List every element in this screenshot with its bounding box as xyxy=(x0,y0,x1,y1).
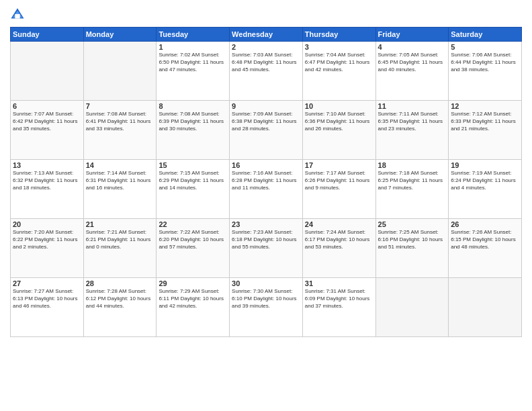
calendar-week-row: 13Sunrise: 7:13 AM Sunset: 6:32 PM Dayli… xyxy=(11,160,522,219)
cell-content: Sunrise: 7:22 AM Sunset: 6:20 PM Dayligh… xyxy=(159,229,227,250)
day-number: 5 xyxy=(451,43,519,51)
calendar-header-row: SundayMondayTuesdayWednesdayThursdayFrid… xyxy=(11,28,522,42)
calendar-week-row: 27Sunrise: 7:27 AM Sunset: 6:13 PM Dayli… xyxy=(11,278,522,337)
calendar-day-header: Saturday xyxy=(449,28,522,42)
calendar-day-header: Thursday xyxy=(302,28,375,42)
calendar-cell: 9Sunrise: 7:09 AM Sunset: 6:38 PM Daylig… xyxy=(230,101,303,160)
calendar-cell: 21Sunrise: 7:21 AM Sunset: 6:21 PM Dayli… xyxy=(83,219,157,278)
calendar-cell: 4Sunrise: 7:05 AM Sunset: 6:45 PM Daylig… xyxy=(375,42,449,101)
calendar-cell: 22Sunrise: 7:22 AM Sunset: 6:20 PM Dayli… xyxy=(157,219,230,278)
day-number: 4 xyxy=(378,43,447,51)
calendar-cell: 23Sunrise: 7:23 AM Sunset: 6:18 PM Dayli… xyxy=(230,219,303,278)
calendar-day-header: Wednesday xyxy=(230,28,303,42)
cell-content: Sunrise: 7:17 AM Sunset: 6:26 PM Dayligh… xyxy=(305,170,373,191)
cell-content: Sunrise: 7:07 AM Sunset: 6:42 PM Dayligh… xyxy=(13,111,81,132)
calendar-day-header: Tuesday xyxy=(157,28,230,42)
calendar-cell: 7Sunrise: 7:08 AM Sunset: 6:41 PM Daylig… xyxy=(83,101,157,160)
cell-content: Sunrise: 7:26 AM Sunset: 6:15 PM Dayligh… xyxy=(451,229,519,250)
cell-content: Sunrise: 7:09 AM Sunset: 6:38 PM Dayligh… xyxy=(232,111,300,132)
cell-content: Sunrise: 7:12 AM Sunset: 6:33 PM Dayligh… xyxy=(451,111,519,132)
day-number: 17 xyxy=(305,161,373,169)
calendar-cell: 6Sunrise: 7:07 AM Sunset: 6:42 PM Daylig… xyxy=(11,101,84,160)
day-number: 9 xyxy=(232,102,300,110)
cell-content: Sunrise: 7:16 AM Sunset: 6:28 PM Dayligh… xyxy=(232,170,300,191)
calendar-cell xyxy=(375,278,449,337)
day-number: 19 xyxy=(451,161,519,169)
day-number: 26 xyxy=(451,220,519,228)
calendar-cell: 27Sunrise: 7:27 AM Sunset: 6:13 PM Dayli… xyxy=(11,278,84,337)
cell-content: Sunrise: 7:03 AM Sunset: 6:48 PM Dayligh… xyxy=(232,52,300,73)
cell-content: Sunrise: 7:21 AM Sunset: 6:21 PM Dayligh… xyxy=(86,229,154,250)
day-number: 30 xyxy=(232,279,300,287)
cell-content: Sunrise: 7:19 AM Sunset: 6:24 PM Dayligh… xyxy=(451,170,519,191)
cell-content: Sunrise: 7:23 AM Sunset: 6:18 PM Dayligh… xyxy=(232,229,300,250)
day-number: 12 xyxy=(451,102,519,110)
calendar-cell xyxy=(11,42,84,101)
calendar-cell: 5Sunrise: 7:06 AM Sunset: 6:44 PM Daylig… xyxy=(449,42,522,101)
cell-content: Sunrise: 7:15 AM Sunset: 6:29 PM Dayligh… xyxy=(159,170,227,191)
calendar-cell: 1Sunrise: 7:02 AM Sunset: 6:50 PM Daylig… xyxy=(157,42,230,101)
day-number: 27 xyxy=(13,279,81,287)
calendar-cell: 11Sunrise: 7:11 AM Sunset: 6:35 PM Dayli… xyxy=(375,101,449,160)
cell-content: Sunrise: 7:27 AM Sunset: 6:13 PM Dayligh… xyxy=(13,288,81,310)
day-number: 31 xyxy=(305,279,373,287)
day-number: 22 xyxy=(159,220,227,228)
calendar-cell: 18Sunrise: 7:18 AM Sunset: 6:25 PM Dayli… xyxy=(375,160,449,219)
cell-content: Sunrise: 7:31 AM Sunset: 6:09 PM Dayligh… xyxy=(305,288,373,310)
calendar-cell: 3Sunrise: 7:04 AM Sunset: 6:47 PM Daylig… xyxy=(302,42,375,101)
header xyxy=(10,7,522,21)
calendar-cell: 17Sunrise: 7:17 AM Sunset: 6:26 PM Dayli… xyxy=(302,160,375,219)
calendar-cell: 29Sunrise: 7:29 AM Sunset: 6:11 PM Dayli… xyxy=(157,278,230,337)
calendar-cell: 25Sunrise: 7:25 AM Sunset: 6:16 PM Dayli… xyxy=(375,219,449,278)
cell-content: Sunrise: 7:13 AM Sunset: 6:32 PM Dayligh… xyxy=(13,170,81,191)
calendar-cell: 10Sunrise: 7:10 AM Sunset: 6:36 PM Dayli… xyxy=(302,101,375,160)
calendar-week-row: 20Sunrise: 7:20 AM Sunset: 6:22 PM Dayli… xyxy=(11,219,522,278)
cell-content: Sunrise: 7:05 AM Sunset: 6:45 PM Dayligh… xyxy=(378,52,447,73)
calendar-cell xyxy=(449,278,522,337)
logo-icon xyxy=(10,7,25,21)
calendar-cell: 20Sunrise: 7:20 AM Sunset: 6:22 PM Dayli… xyxy=(11,219,84,278)
day-number: 28 xyxy=(86,279,154,287)
cell-content: Sunrise: 7:20 AM Sunset: 6:22 PM Dayligh… xyxy=(13,229,81,250)
calendar-week-row: 6Sunrise: 7:07 AM Sunset: 6:42 PM Daylig… xyxy=(11,101,522,160)
page: SundayMondayTuesdayWednesdayThursdayFrid… xyxy=(0,0,532,411)
cell-content: Sunrise: 7:10 AM Sunset: 6:36 PM Dayligh… xyxy=(305,111,373,132)
day-number: 7 xyxy=(86,102,154,110)
calendar-cell: 31Sunrise: 7:31 AM Sunset: 6:09 PM Dayli… xyxy=(302,278,375,337)
day-number: 3 xyxy=(305,43,373,51)
day-number: 24 xyxy=(305,220,373,228)
calendar-cell: 12Sunrise: 7:12 AM Sunset: 6:33 PM Dayli… xyxy=(449,101,522,160)
day-number: 6 xyxy=(13,102,81,110)
day-number: 21 xyxy=(86,220,154,228)
calendar-cell: 15Sunrise: 7:15 AM Sunset: 6:29 PM Dayli… xyxy=(157,160,230,219)
calendar-cell: 2Sunrise: 7:03 AM Sunset: 6:48 PM Daylig… xyxy=(230,42,303,101)
calendar-cell: 14Sunrise: 7:14 AM Sunset: 6:31 PM Dayli… xyxy=(83,160,157,219)
calendar-day-header: Sunday xyxy=(11,28,84,42)
day-number: 14 xyxy=(86,161,154,169)
cell-content: Sunrise: 7:14 AM Sunset: 6:31 PM Dayligh… xyxy=(86,170,154,191)
day-number: 10 xyxy=(305,102,373,110)
calendar-cell: 8Sunrise: 7:08 AM Sunset: 6:39 PM Daylig… xyxy=(157,101,230,160)
cell-content: Sunrise: 7:11 AM Sunset: 6:35 PM Dayligh… xyxy=(378,111,447,132)
cell-content: Sunrise: 7:28 AM Sunset: 6:12 PM Dayligh… xyxy=(86,288,154,310)
day-number: 11 xyxy=(378,102,447,110)
logo xyxy=(10,7,28,21)
calendar-day-header: Monday xyxy=(83,28,157,42)
day-number: 23 xyxy=(232,220,300,228)
calendar-cell: 28Sunrise: 7:28 AM Sunset: 6:12 PM Dayli… xyxy=(83,278,157,337)
calendar-cell: 19Sunrise: 7:19 AM Sunset: 6:24 PM Dayli… xyxy=(449,160,522,219)
day-number: 25 xyxy=(378,220,447,228)
calendar-day-header: Friday xyxy=(375,28,449,42)
cell-content: Sunrise: 7:29 AM Sunset: 6:11 PM Dayligh… xyxy=(159,288,227,310)
cell-content: Sunrise: 7:08 AM Sunset: 6:39 PM Dayligh… xyxy=(159,111,227,132)
cell-content: Sunrise: 7:18 AM Sunset: 6:25 PM Dayligh… xyxy=(378,170,447,191)
calendar-cell: 30Sunrise: 7:30 AM Sunset: 6:10 PM Dayli… xyxy=(230,278,303,337)
calendar-week-row: 1Sunrise: 7:02 AM Sunset: 6:50 PM Daylig… xyxy=(11,42,522,101)
day-number: 13 xyxy=(13,161,81,169)
day-number: 29 xyxy=(159,279,227,287)
day-number: 1 xyxy=(159,43,227,51)
calendar-cell xyxy=(83,42,157,101)
cell-content: Sunrise: 7:08 AM Sunset: 6:41 PM Dayligh… xyxy=(86,111,154,132)
cell-content: Sunrise: 7:25 AM Sunset: 6:16 PM Dayligh… xyxy=(378,229,447,250)
calendar-cell: 26Sunrise: 7:26 AM Sunset: 6:15 PM Dayli… xyxy=(449,219,522,278)
